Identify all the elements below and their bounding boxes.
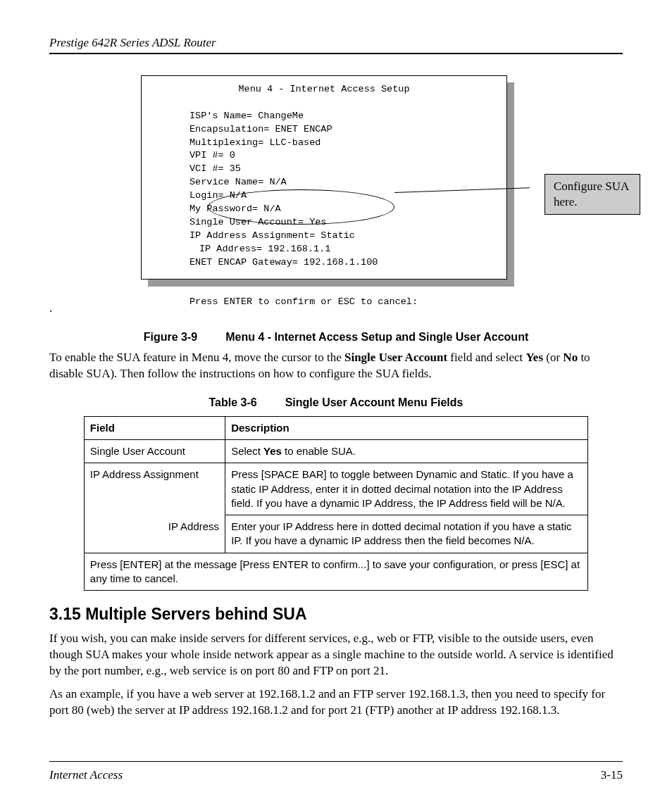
footer-title: Internet Access xyxy=(49,767,123,784)
terminal-line-multi: Multiplexing= LLC-based xyxy=(154,137,494,150)
cell-ipaddr-desc: Enter your IP Address here in dotted dec… xyxy=(225,515,588,553)
paragraph-enable-sua: To enable the SUA feature in Menu 4, mov… xyxy=(49,350,623,382)
terminal-line-isp: ISP's Name= ChangeMe xyxy=(154,110,494,123)
callout-box: Configure SUA here. xyxy=(545,174,640,215)
terminal-box: Menu 4 - Internet Access Setup ISP's Nam… xyxy=(141,75,507,280)
terminal-line-svc: Service Name= N/A xyxy=(154,176,494,189)
terminal-line-ipasg: IP Address Assignment= Static xyxy=(154,230,494,243)
th-description: Description xyxy=(225,416,588,439)
th-field: Field xyxy=(84,416,225,439)
terminal-line-vci: VCI #= 35 xyxy=(154,163,494,176)
figure-caption: Figure 3-9Menu 4 - Internet Access Setup… xyxy=(49,330,623,345)
paragraph-multisrv-1: If you wish, you can make inside servers… xyxy=(49,631,623,679)
terminal-prompt: Press ENTER to confirm or ESC to cancel: xyxy=(154,296,494,309)
table-caption: Table 3-6Single User Account Menu Fields xyxy=(49,395,623,410)
section-heading: 3.15 Multiple Servers behind SUA xyxy=(49,603,623,625)
terminal-line-gw: ENET ENCAP Gateway= 192.168.1.100 xyxy=(154,256,494,270)
cell-ipaddr-field: IP Address xyxy=(84,515,225,553)
paragraph-multisrv-2: As an example, if you have a web server … xyxy=(49,686,623,719)
page-header: Prestige 642R Series ADSL Router xyxy=(49,35,623,54)
cell-ipassign-desc: Press [SPACE BAR] to toggle between Dyna… xyxy=(225,463,588,515)
highlight-ellipse xyxy=(208,189,394,225)
cell-ipassign-field: IP Address Assignment xyxy=(84,463,225,515)
cell-sua-field: Single User Account xyxy=(84,440,225,463)
terminal-line-ipaddr: IP Address= 192.168.1.1 xyxy=(154,243,494,256)
sua-fields-table: Field Description Single User Account Se… xyxy=(84,416,588,591)
terminal-line-encap: Encapsulation= ENET ENCAP xyxy=(154,123,494,137)
terminal-title: Menu 4 - Internet Access Setup xyxy=(154,83,494,96)
terminal-line-vpi: VPI #= 0 xyxy=(154,149,494,163)
cell-sua-desc: Select Yes to enable SUA. xyxy=(225,440,588,463)
cell-note: Press [ENTER] at the message [Press ENTE… xyxy=(84,553,587,591)
figure-block: Menu 4 - Internet Access Setup ISP's Nam… xyxy=(49,75,623,294)
page-footer: Internet Access 3-15 xyxy=(49,761,623,784)
footer-page: 3-15 xyxy=(601,767,623,784)
